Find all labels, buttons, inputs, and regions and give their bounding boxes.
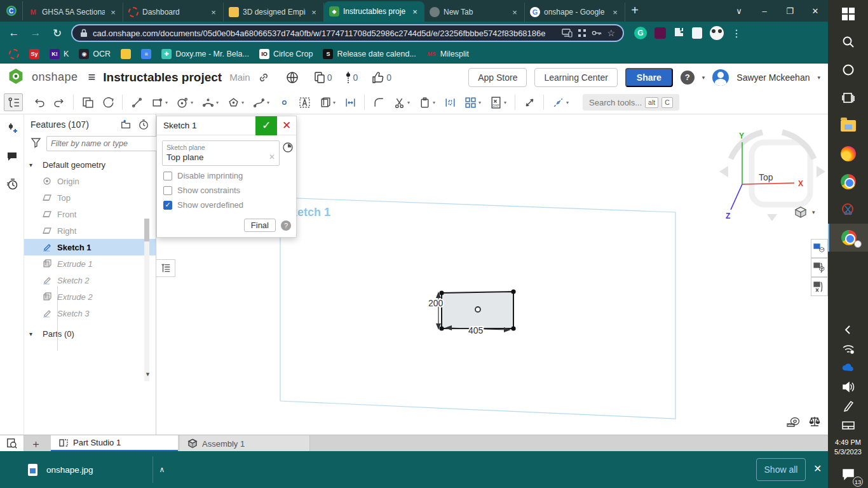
rectangle-dropdown-icon[interactable]: ▾ [165, 100, 172, 105]
send-to-device-icon[interactable] [562, 29, 573, 37]
bookmark-release-date[interactable]: SRelease date calend... [323, 49, 416, 59]
tab-part-studio-1[interactable]: Part Studio 1 [51, 435, 178, 452]
circle-dropdown-icon[interactable]: ▾ [191, 100, 197, 105]
named-views-button[interactable] [811, 239, 828, 258]
file-explorer-icon[interactable] [828, 112, 868, 140]
tab-close-icon[interactable]: × [109, 8, 118, 17]
side-panel-icon[interactable] [692, 27, 702, 39]
firefox-icon[interactable] [828, 140, 868, 168]
search-icon[interactable] [828, 28, 868, 56]
taskbar-clock[interactable]: 4:49 PM 5/3/2023 [828, 435, 868, 460]
new-tab-button[interactable]: + [625, 3, 644, 18]
use-dropdown-icon[interactable]: ▾ [333, 100, 339, 105]
minimize-button[interactable]: – [752, 6, 777, 16]
tab-google-search[interactable]: G onshape - Google S × [525, 3, 625, 22]
pinned-tab[interactable]: C [0, 1, 23, 20]
bookmark-yellow[interactable] [121, 49, 131, 59]
chrome-active-window-icon[interactable] [828, 224, 868, 252]
profile-avatar-icon[interactable] [710, 26, 724, 40]
chrome-icon[interactable] [828, 168, 868, 196]
spline-dropdown-icon[interactable]: ▾ [267, 100, 273, 105]
redo-button[interactable] [50, 93, 69, 111]
purple-extension-icon[interactable] [654, 27, 666, 39]
close-window-button[interactable]: ✕ [803, 6, 828, 16]
pen-icon[interactable] [828, 396, 868, 416]
app-menu-icon[interactable]: ≡ [88, 70, 96, 85]
share-button[interactable]: Share [625, 68, 673, 87]
document-title[interactable]: Instructables project [103, 71, 222, 85]
tab-dashboard[interactable]: Dashboard × [123, 3, 224, 22]
tab-instructables-active[interactable]: ◆ Instructables proje × [324, 1, 424, 22]
start-button[interactable] [828, 0, 868, 28]
checkbox-checked-icon[interactable] [163, 201, 172, 210]
construction-dropdown-icon[interactable]: ▾ [566, 100, 573, 105]
bookmark-doxy[interactable]: ✚Doxy.me - Mr. Bela... [161, 49, 249, 59]
download-caret-icon[interactable]: ∧ [159, 465, 165, 474]
checkbox-icon[interactable] [163, 186, 172, 195]
user-menu-caret-icon[interactable]: ▾ [817, 74, 820, 81]
touch-keyboard-icon[interactable] [828, 416, 868, 435]
bookmark-milesplit[interactable]: MSMilesplit [426, 49, 469, 59]
tab-search-chevron-icon[interactable]: ∨ [726, 6, 752, 16]
point-tool-button[interactable] [275, 93, 294, 111]
bookmark-circle-crop[interactable]: IOCirlce Crop [259, 49, 313, 59]
reload-button[interactable]: ↻ [50, 27, 65, 40]
dimension-button[interactable] [341, 93, 360, 111]
add-studio-tab-button[interactable]: ＋ [31, 437, 41, 451]
bookmark-dashed-circle[interactable] [9, 49, 19, 59]
option-show-constraints[interactable]: Show constraints [157, 180, 296, 195]
text-tool-button[interactable] [295, 93, 314, 111]
sketch-plane-field[interactable]: Sketch plane Top plane ✕ [162, 140, 280, 166]
maximize-button[interactable]: ❐ [777, 6, 803, 16]
use-project-button[interactable] [315, 93, 334, 111]
feature-list-button[interactable] [4, 93, 23, 111]
help-caret-icon[interactable]: ▾ [702, 74, 705, 81]
section-view-button[interactable] [811, 277, 828, 296]
action-center-icon[interactable]: 13 [828, 460, 868, 488]
snipping-tool-icon[interactable] [828, 196, 868, 224]
pattern-dropdown-icon[interactable]: ▾ [478, 100, 485, 105]
forward-button[interactable]: → [28, 27, 43, 39]
app-store-button[interactable]: App Store [468, 68, 527, 87]
dialog-help-icon[interactable]: ? [281, 220, 291, 231]
option-show-overdefined[interactable]: Show overdefined [157, 195, 296, 210]
rectangle-tool-button[interactable] [147, 93, 166, 111]
tab-close-icon[interactable]: × [510, 8, 519, 17]
user-name[interactable]: Sawyer Mckeehan [736, 72, 810, 83]
construction-button[interactable] [548, 93, 567, 111]
onedrive-icon[interactable] [828, 358, 868, 377]
password-key-icon[interactable] [592, 29, 602, 37]
user-avatar[interactable] [712, 69, 729, 86]
tab-new-tab[interactable]: New Tab × [424, 3, 525, 22]
spline-tool-button[interactable] [249, 93, 268, 111]
final-button[interactable]: Final [244, 219, 276, 232]
option-disable-imprinting[interactable]: Disable imprinting [157, 166, 296, 180]
dxf-dropdown-icon[interactable]: ▾ [504, 100, 510, 105]
measure-button[interactable] [520, 93, 539, 111]
revolve-button[interactable] [98, 93, 118, 111]
tab-close-icon[interactable]: × [611, 8, 620, 17]
likes-counter[interactable]: 0 [372, 71, 391, 84]
browser-menu-icon[interactable]: ⋮ [731, 27, 742, 39]
display-states-button[interactable] [811, 258, 828, 277]
tab-close-icon[interactable]: × [410, 7, 419, 17]
trim-dropdown-icon[interactable]: ▾ [407, 100, 414, 105]
toolbar-search[interactable]: Search tools... alt C [583, 94, 679, 111]
tab-close-icon[interactable]: × [309, 8, 318, 17]
wifi-icon[interactable] [828, 339, 868, 358]
view-options-button[interactable]: ▾ [794, 206, 815, 219]
bookmark-blue-doc[interactable]: ≡ [141, 49, 151, 59]
bookmark-ocr[interactable]: ◉OCR [79, 49, 111, 59]
tab-search-button[interactable] [0, 435, 24, 452]
fillet-button[interactable] [369, 93, 388, 111]
polygon-tool-button[interactable] [224, 93, 243, 111]
copies-counter[interactable]: 0 [314, 71, 332, 84]
volume-icon[interactable] [828, 377, 868, 396]
canvas[interactable]: Sketch 1 200 405 [0, 114, 828, 435]
tab-close-icon[interactable]: × [209, 8, 218, 17]
show-all-button[interactable]: Show all [756, 458, 806, 481]
measure-tool-icon[interactable] [787, 417, 801, 431]
tray-expand-chevron-icon[interactable] [828, 320, 868, 339]
mirror-button[interactable] [440, 93, 459, 111]
address-bar[interactable]: cad.onshape.com/documents/05d0e0b4a68066… [71, 24, 624, 42]
